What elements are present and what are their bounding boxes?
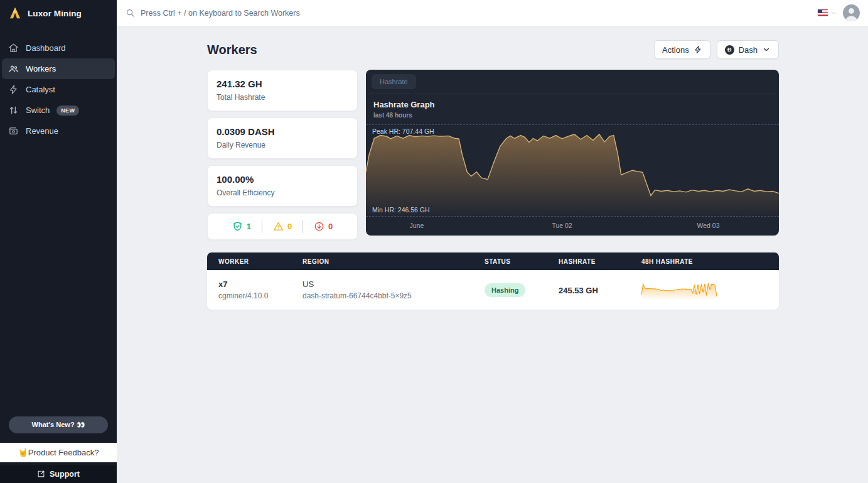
sidebar-item-revenue[interactable]: Revenue: [2, 121, 115, 141]
stat-label: Overall Efficiency: [217, 188, 348, 197]
topbar: [117, 0, 868, 26]
min-hashrate-label: Min HR: 246.56 GH: [372, 206, 430, 214]
coin-selector-label: Dash: [739, 45, 758, 55]
region-name: US: [303, 279, 485, 289]
support-button[interactable]: Support: [0, 465, 117, 483]
hashrate-cell: 245.53 GH: [559, 285, 641, 296]
product-feedback-label: 🤘Product Feedback?: [18, 448, 99, 457]
tab-hashrate[interactable]: Hashrate: [372, 74, 416, 89]
actions-button-label: Actions: [662, 45, 689, 55]
workers-icon: [8, 63, 19, 74]
external-link-icon: [37, 470, 45, 478]
region-cell: US dash-stratum-66744c4bbf-5×9z5: [303, 279, 485, 300]
divider: [303, 220, 303, 233]
daily-revenue-card: 0.0309 DASH Daily Revenue: [207, 117, 358, 159]
graph-subtitle: last 48 hours: [373, 112, 771, 119]
switch-arrows-icon: [8, 105, 19, 116]
graph-tabs: Hashrate: [366, 70, 779, 94]
search-icon: [126, 8, 135, 18]
sparkline-cell: [641, 281, 779, 299]
sidebar-item-label: Revenue: [26, 126, 58, 136]
luxor-logo-icon: [8, 7, 22, 19]
column-header-region: Region: [303, 258, 485, 265]
stat-label: Daily Revenue: [217, 141, 348, 149]
whats-new-button[interactable]: What's New? 👀: [9, 416, 108, 433]
worker-name: x7: [218, 279, 303, 289]
worker-agent: cgminer/4.10.0: [218, 291, 303, 300]
coin-selector-button[interactable]: Đ Dash: [717, 40, 779, 59]
new-badge: NEW: [56, 106, 79, 116]
stat-value: 241.32 GH: [217, 79, 348, 89]
right-pane: Workers Actions Đ Dash: [117, 0, 868, 483]
page-title: Workers: [207, 43, 257, 57]
home-icon: [8, 43, 19, 53]
language-selector[interactable]: [818, 8, 837, 19]
stat-value: 0.0309 DASH: [217, 126, 348, 137]
status-badge: Hashing: [485, 283, 525, 297]
offline-count-value: 0: [328, 222, 333, 231]
column-header-worker: Worker: [207, 258, 303, 265]
support-label: Support: [50, 470, 80, 479]
x-tick: Wed 03: [697, 222, 719, 229]
sidebar-item-workers[interactable]: Workers: [2, 58, 115, 79]
app-root: Luxor Mining Dashboard Workers Catalyst …: [0, 0, 868, 483]
offline-workers-count: 0: [314, 221, 333, 232]
warning-triangle-icon: [273, 221, 284, 232]
chart-x-axis: June Tue 02 Wed 03: [366, 217, 779, 236]
column-header-status: Status: [485, 258, 559, 265]
sidebar-spacer: [0, 141, 117, 416]
hashrate-value: 245.53 GH: [559, 286, 598, 295]
sidebar-item-switch[interactable]: Switch NEW: [2, 100, 115, 121]
status-cell: Hashing: [485, 283, 559, 297]
actions-button[interactable]: Actions: [654, 40, 710, 59]
divider: [262, 220, 262, 233]
user-avatar[interactable]: [843, 4, 860, 21]
active-workers-count: 1: [232, 221, 251, 232]
page-head: Workers Actions Đ Dash: [207, 40, 779, 60]
dash-coin-icon: Đ: [725, 45, 734, 55]
workers-table: Worker Region Status Hashrate 48H Hashra…: [207, 252, 779, 310]
stratum-endpoint: dash-stratum-66744c4bbf-5×9z5: [303, 291, 485, 300]
sidebar-item-label: Workers: [26, 64, 56, 73]
search-bar: [126, 8, 818, 18]
column-header-48h-hashrate: 48H Hashrate: [641, 258, 779, 265]
chart-region: Peak HR: 707.44 GH Min HR: 246.56 GH: [366, 124, 779, 217]
sidebar-item-dashboard[interactable]: Dashboard: [2, 38, 115, 58]
column-header-hashrate: Hashrate: [559, 258, 641, 265]
product-feedback-button[interactable]: 🤘Product Feedback?: [0, 443, 117, 462]
search-input[interactable]: [141, 9, 442, 18]
hashrate-graph-panel: Hashrate Hashrate Graph last 48 hours Pe…: [366, 70, 779, 236]
table-header: Worker Region Status Hashrate 48H Hashra…: [207, 252, 779, 270]
sidebar-nav: Dashboard Workers Catalyst Switch NEW Re…: [0, 38, 117, 141]
total-hashrate-card: 241.32 GH Total Hashrate: [207, 70, 358, 111]
person-icon: [843, 4, 860, 21]
worker-cell: x7 cgminer/4.10.0: [207, 279, 303, 300]
warning-workers-count: 0: [273, 221, 292, 232]
chevron-down-icon: [762, 45, 771, 54]
table-row[interactable]: x7 cgminer/4.10.0 US dash-stratum-66744c…: [207, 270, 779, 310]
sidebar-item-catalyst[interactable]: Catalyst: [2, 79, 115, 100]
sidebar-item-label: Dashboard: [26, 43, 66, 53]
worker-sparkline-chart: [641, 281, 717, 299]
graph-title-block: Hashrate Graph last 48 hours: [366, 94, 779, 124]
overall-efficiency-card: 100.00% Overall Efficiency: [207, 165, 358, 207]
brand: Luxor Mining: [0, 0, 117, 26]
us-flag-icon: [818, 9, 828, 16]
active-count-value: 1: [247, 222, 251, 231]
x-tick: Tue 02: [552, 222, 572, 229]
warning-count-value: 0: [287, 222, 292, 231]
sidebar-item-label: Switch: [26, 106, 50, 115]
worker-status-summary-card: 1 0 0: [207, 213, 358, 240]
content: Workers Actions Đ Dash: [207, 40, 779, 310]
peak-hashrate-label: Peak HR: 707.44 GH: [372, 128, 434, 135]
hashrate-area-chart: [366, 125, 779, 216]
arrow-down-circle-icon: [314, 221, 324, 232]
chevron-down-icon: [830, 8, 837, 19]
revenue-icon: [8, 126, 19, 136]
head-actions: Actions Đ Dash: [654, 40, 779, 59]
graph-title: Hashrate Graph: [373, 100, 771, 109]
x-tick: June: [410, 222, 424, 229]
catalyst-lightning-icon: [8, 84, 19, 95]
sidebar-item-label: Catalyst: [26, 85, 55, 94]
whats-new-label: What's New? 👀: [32, 421, 85, 429]
